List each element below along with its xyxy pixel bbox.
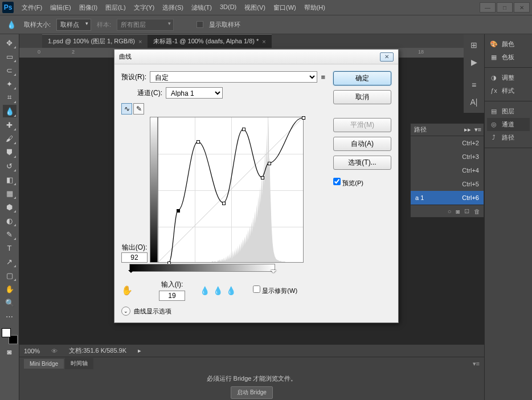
- launch-bridge-button[interactable]: 启动 Bridge: [231, 386, 273, 399]
- options-button[interactable]: 选项(T)...: [333, 156, 391, 170]
- curve-draw-mode[interactable]: ✎: [133, 103, 144, 115]
- menu-layer[interactable]: 图层(L): [102, 1, 129, 14]
- black-point-slider[interactable]: [128, 270, 134, 276]
- preset-select[interactable]: 自定: [150, 71, 317, 83]
- wand-tool[interactable]: ✦: [3, 77, 17, 90]
- dodge-tool[interactable]: ◐: [3, 214, 17, 227]
- panel-color[interactable]: 🎨颜色: [487, 38, 530, 51]
- channel-row[interactable]: Ctrl+3: [411, 150, 484, 164]
- type-tool[interactable]: T: [3, 242, 17, 254]
- zoom-tool[interactable]: 🔍: [3, 296, 17, 309]
- menu-help[interactable]: 帮助(H): [301, 1, 329, 14]
- save-selection-icon[interactable]: ◙: [456, 208, 460, 215]
- info-icon[interactable]: ≡: [468, 79, 480, 91]
- gray-eyedropper-icon[interactable]: 💧: [213, 286, 223, 295]
- black-eyedropper-icon[interactable]: 💧: [200, 286, 210, 295]
- close-button[interactable]: ✕: [514, 2, 530, 13]
- output-input[interactable]: [121, 252, 148, 263]
- gradient-tool[interactable]: ▦: [3, 187, 17, 199]
- hand-icon[interactable]: ✋: [121, 285, 133, 296]
- curve-point[interactable]: [222, 202, 226, 205]
- brush-tool[interactable]: 🖌: [3, 132, 17, 145]
- white-point-slider[interactable]: [271, 270, 276, 276]
- menu-view[interactable]: 视图(V): [241, 1, 269, 14]
- menu-image[interactable]: 图像(I): [76, 1, 101, 14]
- eye-icon[interactable]: 👁: [51, 348, 58, 354]
- hand-tool[interactable]: ✋: [3, 283, 17, 295]
- close-icon[interactable]: ×: [138, 38, 142, 45]
- show-clip-label[interactable]: 显示修剪(W): [253, 285, 297, 295]
- close-icon[interactable]: ×: [262, 38, 265, 45]
- menu-type[interactable]: 文字(Y): [130, 1, 158, 14]
- curve-graph[interactable]: [158, 117, 304, 263]
- move-tool[interactable]: ✥: [3, 36, 17, 49]
- channel-row-alpha1[interactable]: a 1Ctrl+6: [411, 191, 484, 205]
- curve-point[interactable]: [242, 128, 245, 131]
- sample-size-dropdown[interactable]: 取样点: [56, 19, 91, 31]
- tab-minibridge[interactable]: Mini Bridge: [24, 359, 64, 369]
- shape-tool[interactable]: ▢: [3, 269, 17, 281]
- expand-options-button[interactable]: ⌄: [121, 307, 130, 316]
- new-channel-icon[interactable]: ⊡: [464, 207, 469, 215]
- doc-info[interactable]: 文档:351.6 K/585.9K: [69, 346, 126, 355]
- horizontal-gradient[interactable]: [129, 264, 275, 272]
- menu-3d[interactable]: 3D(D): [216, 1, 240, 14]
- channel-row[interactable]: Ctrl+4: [411, 164, 484, 177]
- menu-filter[interactable]: 滤镜(T): [188, 1, 215, 14]
- menu-select[interactable]: 选择(S): [159, 1, 187, 14]
- load-selection-icon[interactable]: ○: [448, 208, 452, 215]
- foreground-swatch[interactable]: [2, 328, 11, 337]
- eraser-tool[interactable]: ◧: [3, 173, 17, 186]
- dialog-close-button[interactable]: ✕: [380, 52, 394, 62]
- path-tool[interactable]: ↗: [3, 255, 17, 268]
- menu-edit[interactable]: 编辑(E): [47, 1, 75, 14]
- histogram-icon[interactable]: ⊞: [468, 39, 480, 51]
- curve-point[interactable]: [261, 176, 264, 179]
- curve-point[interactable]: [268, 162, 271, 165]
- show-clip-checkbox[interactable]: [253, 285, 260, 293]
- maximize-button[interactable]: □: [497, 2, 513, 13]
- ok-button[interactable]: 确定: [333, 71, 391, 85]
- panel-layers[interactable]: ▤图层: [487, 105, 530, 118]
- channel-select[interactable]: Alpha 1: [166, 87, 223, 99]
- minimize-button[interactable]: —: [480, 2, 496, 13]
- stamp-tool[interactable]: ⛊: [3, 146, 17, 158]
- menu-window[interactable]: 窗口(W): [270, 1, 300, 14]
- quickmask-tool[interactable]: ◙: [3, 345, 17, 358]
- crop-tool[interactable]: ⌗: [3, 91, 17, 104]
- marquee-tool[interactable]: ▭: [3, 50, 17, 63]
- color-swatches[interactable]: [2, 328, 18, 344]
- doc-tab-1[interactable]: 1.psd @ 100% (图层 1, RGB/8)×: [42, 34, 148, 48]
- pen-tool[interactable]: ✎: [3, 228, 17, 240]
- cancel-button[interactable]: 取消: [333, 90, 391, 104]
- edit-toolbar[interactable]: ⋯: [3, 310, 17, 323]
- panel-adjust[interactable]: ◑调整: [487, 71, 530, 84]
- auto-button[interactable]: 自动(A): [333, 137, 391, 151]
- zoom-value[interactable]: 100%: [24, 348, 40, 354]
- panel-swatches[interactable]: ▦色板: [487, 51, 530, 64]
- panel-menu-icon[interactable]: ▾≡: [473, 360, 484, 368]
- chevron-icon[interactable]: ▸▸: [464, 126, 471, 133]
- curve-point[interactable]: [177, 209, 180, 213]
- tab-timeline[interactable]: 时间轴: [65, 358, 93, 369]
- delete-channel-icon[interactable]: 🗑: [474, 208, 480, 215]
- white-eyedropper-icon[interactable]: 💧: [226, 286, 236, 295]
- preset-menu-icon[interactable]: ≡: [321, 73, 325, 81]
- eyedropper-tool[interactable]: 💧: [3, 105, 17, 117]
- blur-tool[interactable]: ⬢: [3, 201, 17, 213]
- curve-point[interactable]: [302, 116, 305, 120]
- preview-checkbox[interactable]: [333, 178, 341, 185]
- heal-tool[interactable]: ✚: [3, 119, 17, 131]
- panel-menu-icon[interactable]: ▾≡: [474, 126, 481, 133]
- arrow-icon[interactable]: ▸: [138, 347, 141, 354]
- lasso-tool[interactable]: ⊂: [3, 64, 17, 76]
- panel-paths[interactable]: ⤴路径: [487, 131, 530, 144]
- input-input[interactable]: [159, 291, 185, 301]
- menu-file[interactable]: 文件(F): [18, 1, 46, 14]
- path-header[interactable]: 路径: [414, 125, 427, 134]
- curve-point-mode[interactable]: ∿: [121, 103, 132, 115]
- curve-point[interactable]: [197, 140, 200, 144]
- char-icon[interactable]: A|: [468, 96, 480, 108]
- history-brush-tool[interactable]: ↺: [3, 160, 17, 172]
- doc-tab-2[interactable]: 未标题-1 @ 100% (daafs, Alpha 1/8) *×: [148, 34, 271, 48]
